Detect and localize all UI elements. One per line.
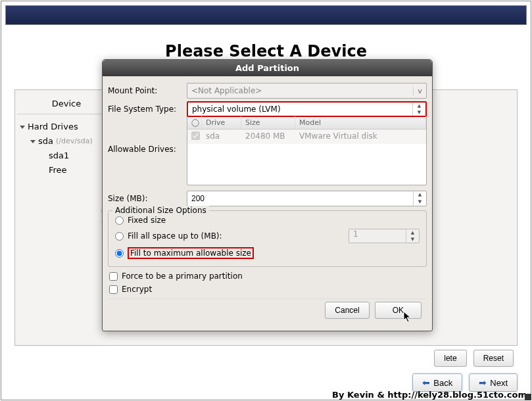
tree-root[interactable]: Hard Drives (20, 120, 93, 134)
next-label: Next (490, 378, 508, 388)
opt-fill-max-radio[interactable] (115, 249, 124, 258)
tree-disk-label: sda (38, 134, 53, 149)
reset-button[interactable]: Reset (473, 350, 514, 367)
encrypt-checkbox[interactable] (109, 285, 118, 294)
force-primary-row[interactable]: Force to be a primary partition (108, 270, 427, 283)
tree-partition-label: sda1 (49, 149, 69, 163)
opt-fill-up-label: Fill all space up to (MB): (128, 231, 222, 241)
opt-fill-up-radio[interactable] (115, 232, 124, 241)
size-input[interactable] (187, 194, 413, 203)
allowable-drives-label: Allowable Drives: (108, 120, 184, 154)
device-tree[interactable]: Hard Drives sda (/dev/sda) sda1 Free (20, 120, 93, 177)
ok-button[interactable]: OK (375, 302, 422, 319)
size-row: Size (MB): ▲▼ (108, 191, 427, 206)
combo-spinner-icon[interactable]: ▲▼ (412, 103, 425, 116)
back-button[interactable]: ⬅ Back (412, 373, 462, 392)
fill-up-value: 1 (349, 229, 406, 243)
drive-row-check[interactable] (187, 130, 202, 144)
drive-col-drive: Drive (202, 116, 241, 129)
opt-fill-max[interactable]: Fill to maximum allowable size (114, 245, 421, 261)
drive-col-model: Model (295, 116, 426, 129)
force-primary-checkbox[interactable] (109, 272, 118, 281)
add-partition-dialog: Add Partition Mount Point: <Not Applicab… (102, 59, 433, 331)
fs-type-label: File System Type: (108, 105, 184, 114)
drive-row-size: 20480 MB (241, 130, 295, 144)
encrypt-label: Encrypt (122, 285, 152, 294)
fs-type-row: File System Type: physical volume (LVM) … (108, 101, 427, 117)
arrow-left-icon: ⬅ (422, 377, 430, 388)
next-button[interactable]: ➡ Next (469, 373, 518, 392)
encrypt-row[interactable]: Encrypt (108, 283, 427, 296)
resize-grip-icon (525, 394, 531, 400)
fs-type-value: physical volume (LVM) (188, 105, 412, 114)
fill-up-spinner-icon[interactable]: ▲▼ (406, 229, 419, 243)
opt-fixed-label: Fixed size (128, 216, 166, 225)
drive-row-model: VMware Virtual disk (295, 130, 426, 144)
additional-size-legend: Additional Size Options (112, 206, 209, 215)
tree-partition[interactable]: sda1 (20, 149, 93, 163)
size-label: Size (MB): (108, 194, 184, 203)
tree-free[interactable]: Free (20, 163, 93, 177)
chevron-down-icon[interactable]: v (413, 87, 426, 95)
mount-point-value: <Not Applicable> (187, 86, 413, 95)
size-input-wrap[interactable]: ▲▼ (187, 191, 427, 206)
mount-point-combo[interactable]: <Not Applicable> v (187, 83, 427, 99)
drive-col-size: Size (241, 116, 295, 129)
expand-icon[interactable] (30, 140, 36, 143)
dialog-footer: Cancel OK (108, 298, 427, 324)
header-bar (5, 5, 527, 25)
fs-type-combo[interactable]: physical volume (LVM) ▲▼ (187, 101, 427, 117)
mount-point-label: Mount Point: (108, 86, 184, 95)
cancel-button[interactable]: Cancel (325, 302, 369, 319)
arrow-right-icon: ➡ (479, 377, 487, 388)
dialog-body: Mount Point: <Not Applicable> v File Sys… (103, 76, 432, 331)
drive-row-drive: sda (202, 130, 241, 144)
tree-root-label: Hard Drives (28, 120, 78, 134)
mount-point-row: Mount Point: <Not Applicable> v (108, 83, 427, 99)
dialog-title: Add Partition (103, 60, 432, 76)
tree-disk[interactable]: sda (/dev/sda) (20, 134, 93, 149)
drive-table-header: ◯ Drive Size Model (187, 116, 426, 130)
opt-fill-up-to[interactable]: Fill all space up to (MB): 1 ▲▼ (114, 227, 421, 245)
expand-icon[interactable] (20, 126, 25, 129)
wizard-nav: ⬅ Back ➡ Next (412, 373, 518, 392)
app-window: Please Select A Device Device Hard Drive… (1, 1, 531, 400)
tree-disk-path: (/dev/sda) (56, 134, 93, 149)
force-primary-label: Force to be a primary partition (122, 271, 243, 281)
device-column-header[interactable]: Device (17, 93, 116, 114)
opt-fill-max-label: Fill to maximum allowable size (128, 247, 254, 259)
drive-row[interactable]: sda 20480 MB VMware Virtual disk (187, 130, 426, 144)
allowable-drives-table[interactable]: ◯ Drive Size Model sda 20480 MB VMware V… (187, 116, 427, 185)
panel-action-buttons: lete Reset (434, 350, 514, 367)
size-spinner-icon[interactable]: ▲▼ (413, 191, 426, 206)
delete-button[interactable]: lete (434, 350, 466, 367)
tree-free-label: Free (49, 163, 67, 177)
page-title: Please Select A Device (1, 42, 531, 60)
drive-col-check: ◯ (187, 116, 202, 129)
fill-up-value-input[interactable]: 1 ▲▼ (349, 229, 420, 243)
opt-fixed-size[interactable]: Fixed size (114, 214, 421, 227)
credit-text: By Kevin & http://kely28.blog.51cto.com (332, 390, 527, 400)
additional-size-fieldset: Additional Size Options Fixed size Fill … (108, 210, 427, 267)
opt-fixed-radio[interactable] (115, 216, 124, 225)
back-label: Back (433, 378, 452, 388)
